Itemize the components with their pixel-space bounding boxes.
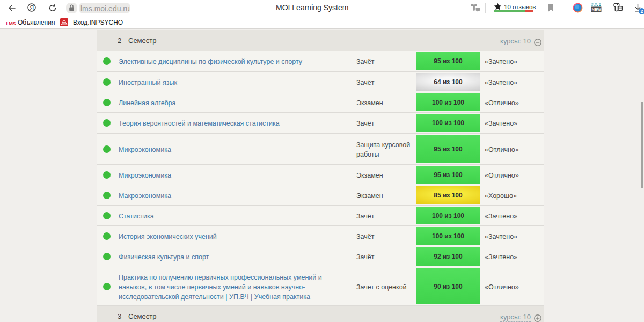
svg-text:Я: Я — [30, 4, 34, 11]
svg-text:NEW: NEW — [591, 7, 601, 12]
